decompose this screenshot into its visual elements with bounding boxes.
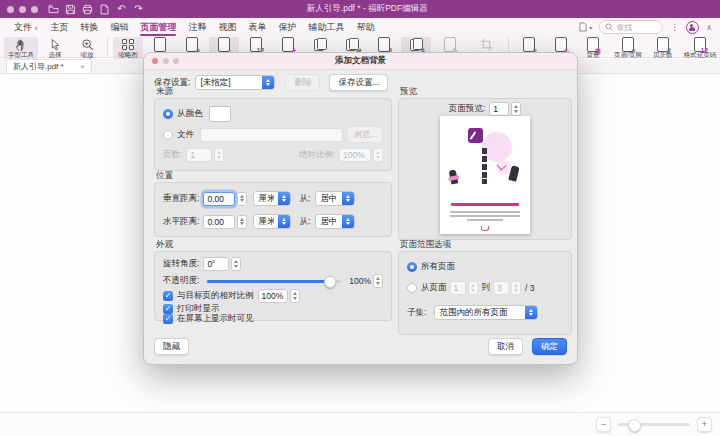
save-setting-as-button[interactable]: 保存设置... <box>329 74 388 91</box>
collapse-ribbon-icon[interactable]: ∧ <box>706 23 712 32</box>
horizontal-anchor-dropdown[interactable]: 居中 <box>315 214 355 229</box>
menu-view[interactable]: 视图 <box>212 18 242 36</box>
close-window-icon[interactable] <box>7 6 14 13</box>
show-when-printing-checkbox[interactable]: ✓ <box>163 304 173 314</box>
opacity-slider-knob[interactable] <box>324 276 336 288</box>
ribbon-header-footer-button[interactable]: ≡页眉/页脚 <box>610 37 646 62</box>
menu-convert[interactable]: 转换 <box>74 18 104 36</box>
ribbon-format-page-number-button[interactable]: 12格式化页码 <box>680 37 720 62</box>
from-color-radio[interactable] <box>163 109 173 119</box>
ribbon-select-button[interactable]: 选择 <box>40 37 70 62</box>
relative-scale-checkbox[interactable]: ✓ <box>163 291 173 301</box>
rotation-field[interactable]: 0° <box>203 257 229 271</box>
from-color-label: 从颜色 <box>177 108 203 120</box>
show-on-screen-label: 在屏幕上显示时可见 <box>177 313 254 325</box>
close-tab-icon[interactable]: × <box>80 62 85 71</box>
dialog-close-icon[interactable] <box>152 58 158 64</box>
pages-stepper <box>214 148 224 162</box>
ribbon-bates-numbering-button[interactable]: #贝茨数 <box>648 37 678 62</box>
ribbon-thumbnails-button[interactable]: 缩略图 <box>113 37 143 62</box>
split-icon: ‖ <box>378 38 390 51</box>
vertical-distance-field[interactable]: 0.00 <box>203 192 235 206</box>
zoom-window-icon[interactable] <box>31 6 38 13</box>
body-text-line <box>467 219 503 221</box>
absolute-scale-stepper <box>373 148 383 162</box>
horizontal-distance-field[interactable]: 0.00 <box>203 215 235 229</box>
menu-home[interactable]: 主页 <box>44 18 74 36</box>
relative-scale-stepper[interactable] <box>290 289 300 303</box>
ribbon-zoom-button[interactable]: 缩放 <box>72 37 102 62</box>
search-input[interactable]: 查找 <box>599 20 663 34</box>
relative-scale-field[interactable]: 100% <box>258 289 288 303</box>
window-title: 新人引导.pdf * - 福昕PDF编辑器 <box>307 0 428 18</box>
more-options-icon[interactable]: ⋮ <box>670 22 679 32</box>
document-tab[interactable]: 新人引导.pdf * × <box>6 59 92 73</box>
ribbon-background-button[interactable]: ▦背景 <box>578 37 608 62</box>
vertical-distance-stepper[interactable] <box>237 192 247 206</box>
cancel-button[interactable]: 取消 <box>488 338 523 355</box>
zoom-icon <box>81 38 94 51</box>
subset-dropdown[interactable]: 范围内的所有页面 <box>434 305 538 320</box>
zoom-out-button[interactable]: − <box>596 417 611 432</box>
horizontal-unit-dropdown[interactable]: 厘米 <box>253 214 291 229</box>
redo-icon[interactable]: ↷ <box>133 4 144 15</box>
dialog-zoom-icon <box>173 58 179 64</box>
save-settings-dropdown[interactable]: [未指定] <box>195 75 275 90</box>
minimize-window-icon[interactable] <box>19 6 26 13</box>
opacity-stepper[interactable] <box>373 274 383 288</box>
menu-accessibility-tools[interactable]: 辅助工具 <box>302 18 350 36</box>
hide-button[interactable]: 隐藏 <box>154 338 189 355</box>
user-avatar[interactable] <box>686 21 699 34</box>
ok-button[interactable]: 确定 <box>532 338 567 355</box>
page-preview-field[interactable]: 1 <box>489 102 509 116</box>
menu-comment[interactable]: 注释 <box>182 18 212 36</box>
menu-form[interactable]: 表单 <box>242 18 272 36</box>
vertical-anchor-dropdown[interactable]: 居中 <box>315 191 355 206</box>
menu-edit[interactable]: 编辑 <box>104 18 134 36</box>
application-window: ↶ ↷ 新人引导.pdf * - 福昕PDF编辑器 文件∨主页转换编辑页面管理注… <box>0 0 720 436</box>
rotation-label: 旋转角度: <box>163 258 199 270</box>
move-icon: + <box>282 38 294 51</box>
to-page-label: 到 <box>482 282 491 294</box>
show-on-screen-checkbox[interactable]: ✓ <box>163 314 173 324</box>
menu-protect[interactable]: 保护 <box>272 18 302 36</box>
browse-button: 浏览... <box>347 126 383 143</box>
page-range-group-title: 页面范围选项 <box>400 239 451 251</box>
zoom-slider-knob[interactable] <box>628 419 641 432</box>
color-swatch[interactable] <box>209 106 231 122</box>
save-icon[interactable] <box>65 4 76 15</box>
dropdown-arrows-icon <box>262 76 274 89</box>
open-file-icon[interactable] <box>48 4 59 15</box>
all-pages-radio[interactable] <box>407 262 417 272</box>
zoom-slider[interactable] <box>618 423 690 426</box>
rotation-stepper[interactable] <box>231 257 241 271</box>
appearance-group: 旋转角度: 0° 不透明度: 100% ✓ 与目标页的相对比例 100% ✓ 打… <box>154 251 392 321</box>
opacity-slider[interactable] <box>207 280 341 283</box>
menu-page-management[interactable]: 页面管理 <box>134 18 182 36</box>
zoom-in-button[interactable]: + <box>697 417 712 432</box>
page-range-radio[interactable] <box>407 283 417 293</box>
relative-scale-label: 与目标页的相对比例 <box>177 290 254 302</box>
ribbon-hand-tool-button[interactable]: 手型工具 <box>4 37 38 62</box>
format-page-number-icon: 12 <box>694 38 706 51</box>
menu-help[interactable]: 帮助 <box>350 18 380 36</box>
statusbar: − + <box>0 412 720 436</box>
from-file-radio[interactable] <box>163 130 173 140</box>
undo-icon[interactable]: ↶ <box>116 4 127 15</box>
vertical-unit-dropdown[interactable]: 厘米 <box>253 191 291 206</box>
dialog-traffic-lights <box>152 58 179 64</box>
pages-label: 页数: <box>163 149 182 161</box>
preview-page-thumbnail <box>440 116 530 234</box>
source-group-title: 来源 <box>156 86 173 98</box>
print-icon[interactable] <box>82 4 93 15</box>
body-text-line <box>450 215 520 217</box>
page-preview-stepper[interactable] <box>511 102 521 116</box>
horizontal-distance-stepper[interactable] <box>237 215 247 229</box>
horizontal-distance-label: 水平距离: <box>163 216 199 228</box>
all-pages-label: 所有页面 <box>421 261 455 273</box>
page-view-icon[interactable]: ▾ <box>578 22 592 32</box>
document-icon[interactable] <box>99 4 110 15</box>
menu-file[interactable]: 文件∨ <box>8 18 44 36</box>
preview-group: 页面预览: 1 <box>398 98 572 240</box>
replace-icon: ⇄ <box>346 38 359 51</box>
